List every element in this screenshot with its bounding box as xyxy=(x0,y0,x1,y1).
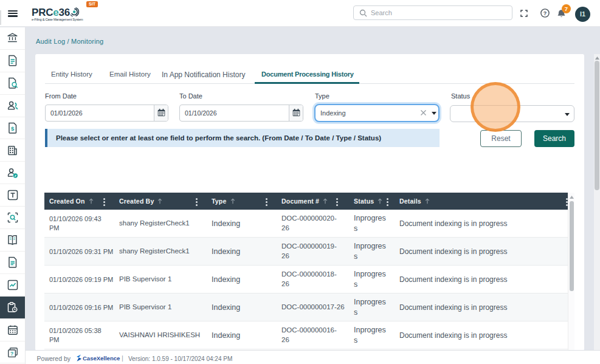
svg-text:?: ? xyxy=(543,10,547,16)
svg-text:$: $ xyxy=(11,125,15,132)
svg-text:?: ? xyxy=(10,351,13,357)
